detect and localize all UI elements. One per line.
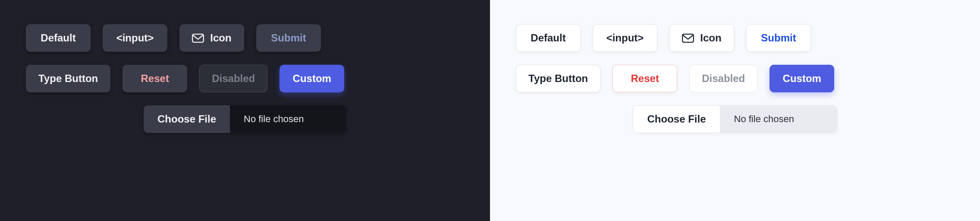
disabled-button-label: Disabled [212, 73, 255, 85]
file-status-text: No file chosen [720, 106, 837, 133]
svg-rect-0 [192, 34, 204, 42]
reset-button-label: Reset [631, 73, 659, 85]
icon-button-label: Icon [700, 32, 721, 44]
default-button[interactable]: Default [516, 24, 581, 52]
default-button[interactable]: Default [26, 24, 91, 52]
icon-button-label: Icon [210, 32, 231, 44]
icon-button[interactable]: Icon [179, 24, 244, 52]
reset-button-label: Reset [141, 73, 169, 85]
disabled-button: Disabled [199, 65, 267, 92]
input-button[interactable]: <input> [103, 24, 167, 52]
default-button-label: Default [41, 32, 75, 44]
svg-rect-1 [682, 34, 694, 42]
choose-file-label: Choose File [157, 113, 216, 125]
input-button[interactable]: <input> [593, 24, 657, 52]
submit-button[interactable]: Submit [256, 24, 321, 52]
file-picker[interactable]: Choose File No file chosen [144, 105, 346, 133]
type-button-label: Type Button [528, 73, 588, 85]
icon-button[interactable]: Icon [669, 24, 734, 52]
type-button-label: Type Button [38, 73, 98, 85]
reset-button[interactable]: Reset [612, 65, 677, 92]
button-row-2: Type Button Reset Disabled Custom [26, 65, 464, 92]
input-button-label: <input> [116, 32, 154, 44]
mail-icon [192, 33, 204, 43]
default-button-label: Default [531, 32, 565, 44]
custom-button[interactable]: Custom [770, 65, 834, 92]
mail-icon [682, 33, 694, 43]
dark-theme-panel: Default <input> Icon Submit Type Button … [0, 0, 490, 221]
submit-button-label: Submit [271, 32, 306, 44]
reset-button[interactable]: Reset [122, 65, 187, 92]
file-picker[interactable]: Choose File No file chosen [633, 105, 837, 133]
button-row-1: Default <input> Icon Submit [516, 24, 954, 52]
submit-button-label: Submit [761, 32, 796, 44]
custom-button-label: Custom [293, 73, 331, 85]
file-picker-row: Choose File No file chosen [516, 105, 954, 133]
submit-button[interactable]: Submit [746, 24, 811, 52]
custom-button-label: Custom [783, 73, 821, 85]
disabled-button-label: Disabled [702, 73, 745, 85]
disabled-button: Disabled [689, 65, 757, 92]
light-theme-panel: Default <input> Icon Submit Type Button … [490, 0, 980, 221]
choose-file-button[interactable]: Choose File [633, 106, 720, 133]
type-button[interactable]: Type Button [516, 65, 600, 92]
type-button[interactable]: Type Button [26, 65, 110, 92]
choose-file-label: Choose File [647, 113, 706, 125]
file-picker-row: Choose File No file chosen [26, 105, 464, 133]
custom-button[interactable]: Custom [280, 65, 344, 92]
choose-file-button[interactable]: Choose File [144, 105, 230, 133]
button-row-1: Default <input> Icon Submit [26, 24, 464, 52]
file-status-text: No file chosen [230, 105, 346, 133]
input-button-label: <input> [606, 32, 644, 44]
button-row-2: Type Button Reset Disabled Custom [516, 65, 954, 92]
